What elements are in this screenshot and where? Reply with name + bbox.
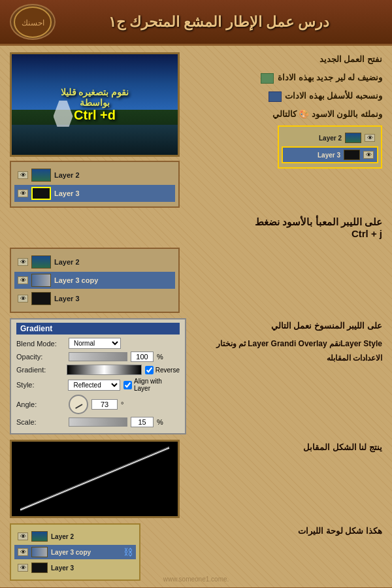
blend-mode-row: Blend Mode: Normal xyxy=(16,338,180,349)
eye-icon[interactable]: 👁 xyxy=(365,134,375,142)
layer-panel-3: 👁 Layer 2 👁 Layer 3 copy 👁 Layer 3 xyxy=(10,248,180,313)
gradient-title: Gradient xyxy=(16,323,180,335)
footer-url: www.someone1.come. xyxy=(163,576,229,583)
bottom-layer-panel: 👁 Layer 2 👁 Layer 3 copy ⛓ 👁 Layer 3 xyxy=(10,523,140,581)
scale-slider[interactable] xyxy=(69,417,127,427)
eye-icon[interactable]: 👁 xyxy=(363,151,374,159)
layer-2-item[interactable]: 👁 Layer 2 xyxy=(14,253,175,270)
eye-icon[interactable]: 👁 xyxy=(18,258,28,266)
layer-3-bottom[interactable]: 👁 Layer 3 xyxy=(14,561,136,575)
diagonal-svg xyxy=(12,442,178,516)
gradient-label: Gradient: xyxy=(16,366,63,374)
layer-thumb xyxy=(31,187,51,200)
eye-icon[interactable]: 👁 xyxy=(18,548,28,556)
style-label: Style: xyxy=(16,381,65,389)
layer-3-copy-bottom[interactable]: 👁 Layer 3 copy ⛓ xyxy=(14,545,136,559)
scale-row: Scale: % xyxy=(16,417,180,427)
section-ctrl-j: على الليبر المعبأ بالأسود نضغط Ctrl + j xyxy=(10,213,382,242)
opacity-row: Opacity: % xyxy=(16,351,180,362)
eye-icon[interactable]: 👁 xyxy=(18,564,28,572)
style-row: Style: Reflected Linear Radial Angle Dia… xyxy=(16,378,180,392)
layer-2-bottom[interactable]: 👁 Layer 2 xyxy=(14,529,136,544)
eye-icon[interactable]: 👁 xyxy=(18,171,28,179)
layer-thumb xyxy=(344,150,360,160)
right-text-section1: نفتح العمل الجديد ونضيف له لير جديد بهذه… xyxy=(186,52,382,208)
eye-icon[interactable]: 👁 xyxy=(18,276,28,284)
style-select[interactable]: Reflected Linear Radial Angle Diamond xyxy=(68,380,120,391)
right-col-gradient: على الليبر المنسوخ نعمل التالي Layer Sty… xyxy=(193,318,382,434)
layer-item-selected[interactable]: 👁 Layer 3 xyxy=(14,185,175,202)
section-3-row: 👁 Layer 2 👁 Layer 3 copy 👁 Layer 3 xyxy=(10,248,382,313)
layer-thumb xyxy=(31,274,51,287)
layer-3-item[interactable]: 👁 Layer 3 xyxy=(14,290,175,307)
opacity-input[interactable] xyxy=(131,351,154,362)
bottom-section: 👁 Layer 2 👁 Layer 3 copy ⛓ 👁 Layer 3 هكذ… xyxy=(10,523,382,581)
eye-icon[interactable]: 👁 xyxy=(18,189,28,197)
layer-name: Layer 2 xyxy=(54,258,80,266)
layer-name: Layer 3 copy xyxy=(54,276,98,284)
angle-label: Angle: xyxy=(16,400,65,408)
align-checkbox-row: Align with Layer xyxy=(123,378,180,392)
angle-input[interactable] xyxy=(91,399,118,410)
section1-text2: ونضيف له لير جديد بهذه الاداة xyxy=(186,71,382,85)
layer-name: Layer 3 xyxy=(54,295,80,302)
layer-name: Layer 3 xyxy=(51,564,74,572)
main-content: نقوم بتصغيره قليلا بواسطة Ctrl +d 👁 Laye… xyxy=(0,46,392,587)
gradient-section: Gradient Blend Mode: Normal Opacity: % G… xyxy=(10,318,382,434)
section1-text: نفتح العمل الجديد xyxy=(186,52,382,67)
layer-name: Layer 2 xyxy=(51,533,74,540)
reverse-label: Reverse xyxy=(155,367,180,374)
svg-line-4 xyxy=(20,449,169,511)
layer-item[interactable]: 👁 Layer 2 xyxy=(14,167,175,184)
eye-icon[interactable]: 👁 xyxy=(18,532,28,540)
layer-panel-right: 👁 Layer 2 👁 Layer 3 xyxy=(278,125,382,169)
layer-item-r2[interactable]: 👁 Layer 3 xyxy=(282,146,378,163)
black-preview xyxy=(10,440,180,518)
three-layer-panel: 👁 Layer 2 👁 Layer 3 copy 👁 Layer 3 xyxy=(10,248,180,313)
blend-mode-label: Blend Mode: xyxy=(16,340,65,348)
eye-icon[interactable]: 👁 xyxy=(18,295,28,302)
gradient-dialog: Gradient Blend Mode: Normal Opacity: % G… xyxy=(10,318,186,434)
opacity-slider[interactable] xyxy=(69,352,127,361)
layer-thumb xyxy=(31,255,51,269)
dial-line xyxy=(75,404,82,409)
scale-input[interactable] xyxy=(131,417,154,427)
gradient-bar[interactable] xyxy=(67,365,142,375)
layer-name: Layer 2 xyxy=(54,171,80,179)
photo-container: نقوم بتصغيره قليلا بواسطة Ctrl +d xyxy=(10,52,180,157)
angle-dial[interactable] xyxy=(69,395,88,414)
scale-unit: % xyxy=(157,418,163,426)
section4-text: Layer Styleنقم Layer Grandi Overlay ثم و… xyxy=(193,337,382,365)
blend-mode-select[interactable]: Normal xyxy=(69,338,121,349)
layer-name: Layer 3 xyxy=(318,152,340,159)
opacity-unit: % xyxy=(157,353,163,361)
gradient-row: Gradient: Reverse xyxy=(16,365,180,375)
align-label: Align with Layer xyxy=(134,378,180,392)
svg-text:احسنك: احسنك xyxy=(22,18,44,27)
layer-name: Layer 3 copy xyxy=(51,549,91,556)
section6-container: هكذا شكل لوحة الليرات xyxy=(147,523,382,581)
align-checkbox[interactable] xyxy=(123,381,132,389)
section5-text-container: ينتج لنا الشكل المقابل xyxy=(186,440,382,518)
layer-item-r1[interactable]: 👁 Layer 2 xyxy=(282,131,378,145)
header-title: درس عمل الإطار المشع المتحرك ج١ xyxy=(56,14,382,31)
layer-thumb xyxy=(31,563,48,573)
reverse-checkbox-row: Reverse xyxy=(145,366,180,374)
angle-row: Angle: ° xyxy=(16,395,180,414)
layer-3-copy-item[interactable]: 👁 Layer 3 copy xyxy=(14,272,175,289)
section-1: نقوم بتصغيره قليلا بواسطة Ctrl +d 👁 Laye… xyxy=(10,52,382,208)
tool-icon1 xyxy=(261,73,274,84)
header-logo: احسنك xyxy=(10,4,56,40)
layer-name: Layer 2 xyxy=(319,135,342,142)
layer-thumb xyxy=(345,133,361,143)
preview-section: ينتج لنا الشكل المقابل xyxy=(10,440,382,518)
tool-icon2 xyxy=(269,91,282,102)
layer-thumb xyxy=(31,531,48,542)
angle-unit: ° xyxy=(121,400,123,408)
section1-text3: ونسحبه للأسفل بهذه الادات xyxy=(186,89,382,103)
reverse-checkbox[interactable] xyxy=(145,366,154,374)
section5-text: ينتج لنا الشكل المقابل xyxy=(193,440,382,455)
opacity-label: Opacity: xyxy=(16,353,65,361)
layer-thumb xyxy=(31,547,48,557)
layer-name: Layer 3 xyxy=(54,189,80,197)
